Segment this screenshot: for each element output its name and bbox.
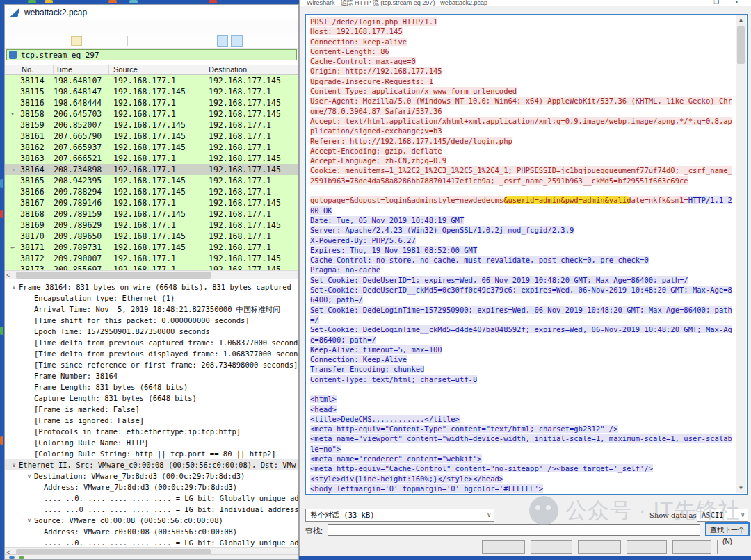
close-file-icon[interactable] — [99, 35, 111, 47]
go-first-icon[interactable] — [189, 35, 200, 47]
expander-icon[interactable] — [24, 426, 34, 437]
detail-line[interactable]: Epoch Time: 1572950901.827350000 seconds — [5, 326, 298, 337]
packet-row[interactable]: → 38164 208.734898 192.168.177.1 192.168… — [5, 164, 298, 175]
detail-line[interactable]: .... ...0 .... .... .... .... = IG bit: … — [5, 504, 298, 515]
column-header-no[interactable]: No. — [5, 65, 54, 74]
find-packet-icon[interactable] — [134, 35, 145, 47]
packet-row[interactable]: 38165 208.942395 192.168.177.145 192.168… — [5, 175, 298, 186]
status-icon[interactable] — [9, 556, 15, 559]
detail-line[interactable]: ∨ Source: VMware_c0:00:08 (00:50:56:c0:0… — [5, 515, 298, 526]
status-icon[interactable] — [19, 556, 24, 559]
detail-line[interactable]: Address: VMware_7b:8d:d3 (00:0c:29:7b:8d… — [5, 481, 298, 493]
packet-row[interactable]: 38115 198.648147 192.168.177.145 192.168… — [5, 86, 298, 97]
show-data-as-select[interactable]: ASCII ∨ — [697, 509, 748, 522]
detail-line[interactable]: [Time delta from previous displayed fram… — [5, 348, 298, 359]
detail-line[interactable]: ∨ Frame 38164: 831 bytes on wire (6648 b… — [5, 281, 298, 293]
expander-icon[interactable]: ∨ — [9, 281, 19, 293]
detail-line[interactable]: [Time since reference or first frame: 20… — [5, 359, 298, 370]
detail-line[interactable]: ∨ Ethernet II, Src: VMware_c0:00:08 (00:… — [5, 459, 298, 470]
print-button[interactable] — [531, 540, 572, 554]
expander-icon[interactable] — [24, 381, 34, 393]
go-back-icon[interactable] — [147, 35, 159, 47]
packet-row[interactable]: 38168 209.789159 192.168.177.145 192.168… — [5, 208, 298, 220]
expander-icon[interactable] — [24, 437, 34, 448]
dialog-titlebar[interactable]: Wireshark · 追踪 HTTP 流 (tcp.stream eq 297… — [300, 0, 751, 6]
packet-row[interactable]: 38159 206.852007 192.168.177.145 192.168… — [5, 120, 298, 131]
packet-row[interactable]: 38166 209.788294 192.168.177.145 192.168… — [5, 186, 298, 197]
window-titlebar[interactable]: webattack2.pcap — [5, 5, 298, 20]
expander-icon[interactable] — [24, 448, 34, 459]
expander-icon[interactable] — [24, 404, 34, 415]
expander-icon[interactable] — [24, 415, 34, 426]
go-forward-icon[interactable] — [161, 35, 172, 47]
expander-icon[interactable] — [24, 337, 34, 348]
expander-icon[interactable]: ∨ — [24, 515, 34, 526]
packet-row[interactable]: 38162 207.665937 192.168.177.145 192.168… — [5, 142, 298, 153]
toolbar-separator[interactable] — [65, 36, 68, 46]
expander-icon[interactable] — [24, 293, 34, 304]
expander-icon[interactable] — [34, 537, 44, 548]
expander-icon[interactable] — [34, 481, 44, 493]
go-last-icon[interactable] — [203, 35, 214, 47]
display-filter-input[interactable]: tcp.stream eq 297 — [6, 49, 297, 60]
expander-icon[interactable] — [34, 526, 44, 537]
autoscroll-icon[interactable] — [217, 35, 228, 47]
packet-row[interactable]: 38169 209.789629 192.168.177.1 192.168.1… — [5, 220, 298, 231]
packet-row[interactable]: 38173 209.855697 192.168.177.1 192.168.1… — [5, 264, 298, 270]
detail-line[interactable]: ∨ Destination: VMware_7b:8d:d3 (00:0c:29… — [5, 470, 298, 481]
start-capture-icon[interactable] — [9, 35, 20, 47]
detail-line[interactable]: [Coloring Rule String: http || tcp.port … — [5, 448, 298, 459]
packet-row[interactable]: 38161 207.665790 192.168.177.145 192.168… — [5, 131, 298, 142]
help-button[interactable] — [717, 540, 718, 554]
resize-columns-icon[interactable] — [287, 35, 298, 47]
detail-line[interactable]: .... ..0. .... .... .... .... = LG bit: … — [5, 493, 298, 504]
detail-line[interactable]: [Time shift for this packet: 0.000000000… — [5, 315, 298, 326]
expander-icon[interactable] — [24, 304, 34, 315]
detail-line[interactable]: Encapsulation type: Ethernet (1) — [5, 293, 298, 304]
zoom-in-icon[interactable] — [245, 35, 257, 47]
scroll-down-arrow-icon[interactable]: ▼ — [736, 484, 746, 493]
detail-line[interactable]: Address: VMware_c0:00:08 (00:50:56:c0:00… — [5, 526, 298, 537]
detail-line[interactable]: Capture Length: 831 bytes (6648 bits) — [5, 393, 298, 404]
restart-capture-icon[interactable] — [37, 35, 48, 47]
expander-icon[interactable]: ∨ — [9, 459, 19, 470]
detail-line[interactable]: .... ..0. .... .... .... .... = LG bit: … — [5, 537, 298, 548]
expander-icon[interactable] — [34, 504, 44, 515]
expander-icon[interactable] — [24, 370, 34, 381]
find-input[interactable] — [328, 524, 700, 536]
filter-bookmark-icon[interactable] — [9, 51, 17, 59]
scroll-left-arrow-icon[interactable]: < — [6, 271, 10, 279]
packet-row[interactable]: 38163 207.666521 192.168.177.1 192.168.1… — [5, 153, 298, 164]
save-file-icon[interactable] — [85, 35, 96, 47]
expander-icon[interactable] — [24, 348, 34, 359]
column-header-source[interactable]: Source — [109, 65, 204, 74]
column-header-time[interactable]: Time — [54, 65, 109, 74]
save-as-button[interactable] — [578, 540, 621, 554]
stop-capture-icon[interactable] — [23, 35, 34, 47]
expander-icon[interactable] — [34, 493, 44, 504]
expander-icon[interactable]: ∨ — [24, 470, 34, 481]
close-button[interactable] — [672, 540, 711, 554]
window-control-icons[interactable]: ❐ × — [713, 0, 745, 5]
packet-row[interactable]: • 38158 206.645703 192.168.177.1 192.168… — [5, 108, 298, 120]
zoom-100-icon[interactable] — [273, 35, 284, 47]
stream-content[interactable]: POST /dede/login.php HTTP/1.1Host: 192.1… — [305, 14, 748, 495]
detail-line[interactable]: Arrival Time: Nov 5, 2019 18:48:21.82735… — [5, 304, 298, 315]
packet-row[interactable]: ← 38171 209.789731 192.168.177.145 192.1… — [5, 242, 298, 253]
packet-row[interactable]: 38172 209.790007 192.168.177.1 192.168.1… — [5, 253, 298, 264]
detail-line[interactable]: [Protocols in frame: eth:ethertype:ip:tc… — [5, 426, 298, 437]
detail-line[interactable]: [Coloring Rule Name: HTTP] — [5, 437, 298, 448]
column-header-destination[interactable]: Destination — [204, 65, 298, 74]
packet-row[interactable]: 38170 209.789650 192.168.177.145 192.168… — [5, 231, 298, 242]
go-to-packet-icon[interactable] — [175, 35, 186, 47]
detail-line[interactable]: Frame Length: 831 bytes (6648 bits) — [5, 381, 298, 393]
back-button[interactable] — [627, 540, 667, 554]
expander-icon[interactable] — [24, 359, 34, 370]
detail-line[interactable]: Frame Number: 38164 — [5, 370, 298, 381]
detail-line[interactable]: [Frame is marked: False] — [5, 404, 298, 415]
expander-icon[interactable] — [24, 393, 34, 404]
zoom-out-icon[interactable] — [259, 35, 270, 47]
detail-line[interactable]: [Frame is ignored: False] — [5, 415, 298, 426]
open-file-icon[interactable] — [71, 36, 82, 46]
packet-row[interactable]: – 38114 198.648107 192.168.177.1 192.168… — [5, 75, 298, 86]
